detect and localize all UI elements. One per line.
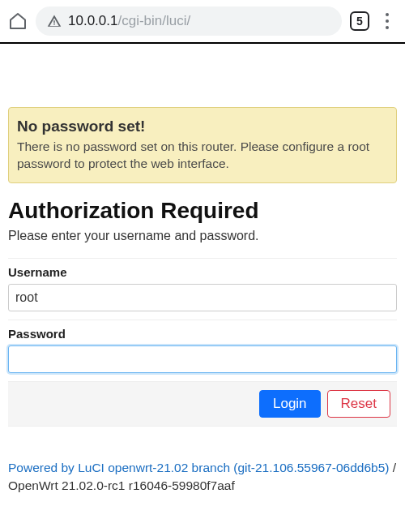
url-bar[interactable]: 10.0.0.1/cgi-bin/luci/ [36,6,342,36]
url-host: 10.0.0.1 [68,13,117,28]
openwrt-version: OpenWrt 21.02.0-rc1 r16046-59980f7aaf [8,478,235,492]
password-input[interactable] [8,345,397,373]
password-group: Password [8,320,397,373]
page-content: No password set! There is no password se… [0,44,405,494]
username-input[interactable] [8,284,397,311]
button-row: Login Reset [8,381,397,427]
browser-chrome: 10.0.0.1/cgi-bin/luci/ 5 [0,0,405,42]
reset-button[interactable]: Reset [327,390,390,418]
url-path: /cgi-bin/luci/ [117,13,190,28]
not-secure-icon [47,14,62,28]
overflow-menu-icon[interactable] [377,13,397,29]
username-label: Username [8,265,397,279]
page-title: Authorization Required [8,198,397,224]
login-button[interactable]: Login [259,390,321,418]
footer-separator: / [389,461,396,474]
password-label: Password [8,327,397,341]
alert-title: No password set! [17,118,388,135]
username-group: Username [8,258,397,311]
page-subtitle: Please enter your username and password. [8,229,397,243]
no-password-alert: No password set! There is no password se… [8,107,397,183]
tab-count-button[interactable]: 5 [350,11,369,31]
tab-count-value: 5 [356,15,363,28]
home-icon[interactable] [8,11,28,31]
alert-body: There is no password set on this router.… [17,139,388,173]
footer: Powered by LuCI openwrt-21.02 branch (gi… [8,459,397,494]
luci-link[interactable]: Powered by LuCI openwrt-21.02 branch (gi… [8,461,389,474]
